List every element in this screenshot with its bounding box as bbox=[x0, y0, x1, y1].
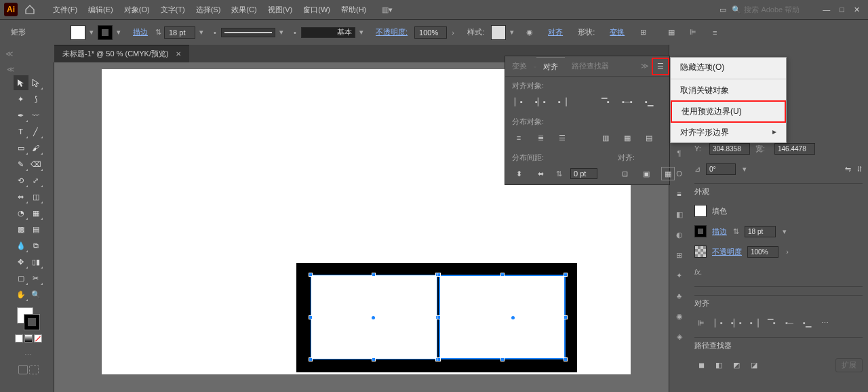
recolor-icon[interactable]: ◉ bbox=[522, 25, 537, 40]
align-hcenter-mini[interactable]: ▪▏▪ bbox=[730, 316, 743, 330]
gradient-tool[interactable]: ▤ bbox=[28, 222, 43, 237]
doc-setup-icon[interactable]: ▭ bbox=[715, 2, 730, 17]
eyedropper-tool[interactable]: 💧 bbox=[14, 238, 28, 253]
transform-label[interactable]: 变换 bbox=[606, 26, 629, 39]
opacity-label[interactable]: 不透明度: bbox=[372, 26, 412, 39]
menu-use-preview-bounds[interactable]: 使用预览边界(U) bbox=[671, 100, 786, 123]
align-bottom-mini[interactable]: ▪▁ bbox=[800, 316, 814, 330]
pen-tool[interactable]: ✒ bbox=[14, 108, 28, 123]
align-panel-icon[interactable]: ⊫ bbox=[686, 25, 701, 40]
stroke-profile[interactable] bbox=[221, 28, 275, 37]
opacity-panel-input[interactable] bbox=[747, 246, 778, 258]
menu-type[interactable]: 文字(T) bbox=[155, 2, 191, 18]
edit-toolbar-icon[interactable] bbox=[29, 365, 39, 374]
free-transform-tool[interactable]: ◫ bbox=[28, 189, 43, 204]
flip-h-icon[interactable]: ⇋ bbox=[845, 165, 851, 174]
menu-view[interactable]: 视图(V) bbox=[262, 2, 298, 18]
align-to-selection-icon[interactable]: ⊡ bbox=[618, 167, 631, 180]
collapse-toolbar-icon[interactable]: ≪ bbox=[0, 45, 54, 62]
angle-input[interactable] bbox=[706, 163, 736, 175]
lasso-tool[interactable]: ⟆ bbox=[28, 92, 43, 106]
align-left-icon[interactable]: ▏▪ bbox=[512, 95, 526, 109]
expand-button[interactable]: 扩展 bbox=[835, 358, 863, 372]
tab-pathfinder[interactable]: 路径查找器 bbox=[565, 57, 616, 75]
vertical-spacing-icon[interactable]: ⬍ bbox=[512, 167, 526, 180]
close-button[interactable]: ✕ bbox=[854, 5, 860, 14]
slice-tool[interactable]: ✂ bbox=[28, 271, 43, 286]
pathfinder-exclude-icon[interactable]: ◪ bbox=[747, 358, 761, 372]
stroke-panel-label[interactable]: 描边 bbox=[712, 227, 727, 237]
paintbrush-tool[interactable]: 🖌 bbox=[28, 140, 43, 155]
chevron-down-icon[interactable]: ▾ bbox=[115, 28, 122, 37]
gradient-mode-icon[interactable] bbox=[24, 334, 33, 342]
opacity-input[interactable] bbox=[414, 26, 447, 39]
opacity-swatch[interactable] bbox=[694, 246, 707, 258]
search-box[interactable]: 🔍 bbox=[732, 5, 812, 14]
shape-dropdown-label[interactable]: 形状: bbox=[574, 26, 599, 39]
stroke-weight-input[interactable] bbox=[164, 26, 195, 39]
appearance-icon[interactable]: ◉ bbox=[673, 309, 686, 323]
selected-rect-2[interactable] bbox=[439, 275, 566, 359]
panel-flyout-menu[interactable]: ☰ bbox=[652, 58, 669, 75]
scale-tool[interactable]: ⤢ bbox=[28, 173, 43, 188]
w-input[interactable] bbox=[774, 143, 815, 155]
spacing-input[interactable] bbox=[570, 168, 597, 179]
fill-stroke-swatch[interactable] bbox=[17, 307, 40, 330]
isolate-icon[interactable]: ▦ bbox=[664, 25, 679, 40]
shaper-tool[interactable]: ✎ bbox=[14, 157, 28, 172]
panel-menu-icon[interactable]: ≡ bbox=[707, 25, 722, 40]
menu-window[interactable]: 窗口(W) bbox=[298, 2, 336, 18]
layout-icon[interactable]: ▥▾ bbox=[380, 2, 395, 17]
align-panel-icon-group[interactable]: ⊫ bbox=[694, 316, 708, 330]
pathfinder-intersect-icon[interactable]: ◩ bbox=[730, 358, 743, 372]
width-tool[interactable]: ⇔ bbox=[14, 189, 28, 204]
menu-effect[interactable]: 效果(C) bbox=[226, 2, 262, 18]
y-input[interactable] bbox=[709, 143, 750, 155]
screen-mode-icon[interactable] bbox=[18, 365, 28, 374]
align-label[interactable]: 对齐 bbox=[544, 26, 567, 39]
fx-label[interactable]: fx. bbox=[694, 268, 703, 276]
chevron-down-icon[interactable]: ▾ bbox=[198, 28, 205, 37]
transparency-icon[interactable]: ◐ bbox=[673, 228, 686, 241]
flip-v-icon[interactable]: ⥯ bbox=[856, 165, 863, 174]
menu-align-glyph[interactable]: 对齐字形边界 bbox=[671, 123, 786, 142]
distribute-top-icon[interactable]: ≡ bbox=[512, 131, 526, 144]
menu-object[interactable]: 对象(O) bbox=[119, 2, 155, 18]
align-more-icon[interactable]: ⋯ bbox=[818, 316, 831, 330]
tab-transform[interactable]: 变换 bbox=[505, 57, 534, 75]
hand-tool[interactable]: ✋ bbox=[14, 287, 28, 302]
minimize-button[interactable]: — bbox=[823, 5, 830, 14]
style-swatch[interactable] bbox=[491, 25, 506, 40]
curvature-tool[interactable]: 〰 bbox=[28, 108, 43, 123]
shape-builder-tool[interactable]: ◔ bbox=[14, 205, 28, 220]
distribute-hcenter-icon[interactable]: ▦ bbox=[620, 131, 634, 144]
align-vcenter-mini[interactable]: ▪─ bbox=[783, 316, 796, 330]
align-to-artboard-icon[interactable]: ▦ bbox=[661, 167, 675, 180]
distribute-right-icon[interactable]: ▤ bbox=[642, 131, 656, 144]
align-right-icon[interactable]: ▪▕ bbox=[555, 95, 569, 109]
home-icon[interactable] bbox=[23, 3, 37, 16]
document-tab[interactable]: 未标题-1* @ 50 % (CMYK/预览) ✕ bbox=[54, 45, 189, 62]
pathfinder-unite-icon[interactable]: ◼ bbox=[694, 358, 708, 372]
chevron-down-icon[interactable]: ▾ bbox=[88, 28, 95, 37]
registration-icon[interactable]: ⊞ bbox=[635, 25, 650, 40]
menu-cancel-key[interactable]: 取消关键对象 bbox=[671, 81, 786, 100]
magic-wand-tool[interactable]: ✦ bbox=[14, 92, 28, 106]
fill-swatch[interactable] bbox=[71, 25, 85, 40]
stroke-color-swatch[interactable] bbox=[694, 225, 707, 237]
align-left-mini[interactable]: ▏▪ bbox=[712, 316, 726, 330]
line-tool[interactable]: ╱ bbox=[28, 124, 43, 139]
align-top-icon[interactable]: ▔▪ bbox=[599, 95, 612, 109]
blend-tool[interactable]: ⧉ bbox=[28, 238, 43, 253]
align-bottom-icon[interactable]: ▪▁ bbox=[642, 95, 656, 109]
collapse-tools-icon[interactable]: ≪ bbox=[3, 65, 54, 74]
rotate-tool[interactable]: ⟲ bbox=[14, 173, 28, 188]
fill-color-swatch[interactable] bbox=[694, 205, 707, 217]
menu-help[interactable]: 帮助(H) bbox=[336, 2, 372, 18]
selection-tool[interactable] bbox=[14, 75, 28, 90]
artboard-tool[interactable]: ▢ bbox=[14, 271, 28, 286]
eraser-tool[interactable]: ⌫ bbox=[28, 157, 43, 172]
stroke-weight-panel-input[interactable] bbox=[745, 226, 776, 237]
direct-selection-tool[interactable] bbox=[28, 75, 43, 90]
stroke-label[interactable]: 描边 bbox=[129, 26, 152, 39]
